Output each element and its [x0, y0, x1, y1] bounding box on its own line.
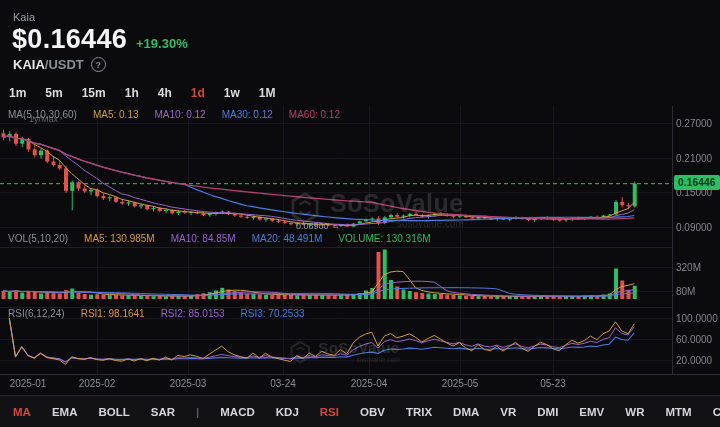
legend-item: MA5: 0.13	[93, 109, 139, 120]
date-tick-label: 2025-02	[79, 378, 116, 389]
volume-axis-label: 80M	[676, 286, 695, 297]
rsi-axis-label: 20.0000	[676, 355, 712, 366]
date-tick-label: 2025-04	[351, 378, 388, 389]
date-tick-label: 03-24	[270, 378, 296, 389]
price-axis-label: 0.27000	[676, 118, 712, 129]
legend-item: MA5: 130.985M	[84, 233, 155, 244]
indicator-toolbar: MAEMABOLLSAR|MACDKDJRSIOBVTRIXDMAVRDMIEM…	[0, 395, 720, 427]
pair-symbol: KAIA/USDT	[13, 57, 84, 72]
current-price: $0.16446	[12, 24, 127, 55]
indicator-tab-WR[interactable]: WR	[625, 406, 644, 418]
legend-item: MA30: 0.12	[222, 109, 273, 120]
price-axis-label: 0.21000	[676, 153, 712, 164]
indicator-tab-MTM[interactable]: MTM	[665, 406, 691, 418]
legend-item: MA10: 84.85M	[171, 233, 236, 244]
volume-legend-row: VOL(5,10,20)MA5: 130.985MMA10: 84.85MMA2…	[8, 233, 431, 244]
current-price-axis-badge: 0.16446	[674, 175, 720, 190]
timeframe-tab-1m[interactable]: 1m	[9, 86, 26, 100]
date-tick-label: 2025-03	[170, 378, 207, 389]
price-change-percent: +19.30%	[136, 36, 188, 51]
trading-chart-page: { "header": { "coin_name": "Kaia", "pric…	[0, 0, 720, 427]
legend-item: RSI1: 98.1641	[81, 308, 145, 319]
indicator-tab-EMV[interactable]: EMV	[579, 406, 604, 418]
ma-legend-row: MA(5,10,30,60)MA5: 0.13MA10: 0.12MA30: 0…	[8, 109, 340, 120]
indicator-tab-CCI[interactable]: CCI	[713, 406, 720, 418]
timeframe-tab-1h[interactable]: 1h	[125, 86, 139, 100]
timeframe-tab-4h[interactable]: 4h	[158, 86, 172, 100]
timeframe-tab-1w[interactable]: 1w	[224, 86, 240, 100]
date-tick-label: 05-23	[540, 378, 566, 389]
indicator-separator: |	[196, 406, 199, 418]
indicator-tab-DMA[interactable]: DMA	[453, 406, 479, 418]
indicator-tab-RSI[interactable]: RSI	[320, 406, 339, 418]
legend-item: RSI3: 70.2533	[241, 308, 305, 319]
price-chart-canvas[interactable]	[0, 0, 720, 427]
legend-item: VOL(5,10,20)	[8, 233, 68, 244]
coin-name: Kaia	[13, 11, 35, 23]
date-tick-label: 2025-01	[10, 378, 47, 389]
timeframe-tab-5m[interactable]: 5m	[45, 86, 62, 100]
legend-item: MA(5,10,30,60)	[8, 109, 77, 120]
price-row: $0.16446 +19.30%	[12, 24, 188, 55]
legend-item: RSI2: 85.0153	[161, 308, 225, 319]
low-price-annotation: 0.08900 →	[296, 221, 340, 231]
legend-item: MA60: 0.12	[289, 109, 340, 120]
indicator-tab-TRIX[interactable]: TRIX	[406, 406, 432, 418]
indicator-tab-DMI[interactable]: DMI	[537, 406, 558, 418]
rsi-axis-label: 100.0000	[676, 313, 718, 324]
rsi-legend-row: RSI(6,12,24)RSI1: 98.1641RSI2: 85.0153RS…	[8, 308, 305, 319]
indicator-tab-KDJ[interactable]: KDJ	[276, 406, 299, 418]
price-axis-label: 0.09000	[676, 222, 712, 233]
indicator-tab-MACD[interactable]: MACD	[220, 406, 255, 418]
indicator-tab-OBV[interactable]: OBV	[360, 406, 385, 418]
timeframe-tab-15m[interactable]: 15m	[82, 86, 106, 100]
date-tick-label: 2025-05	[442, 378, 479, 389]
timeframe-tab-1d[interactable]: 1d	[191, 86, 205, 100]
pair-row: KAIA/USDT ?	[13, 57, 106, 72]
legend-item: MA20: 48.491M	[252, 233, 323, 244]
indicator-tab-SAR[interactable]: SAR	[151, 406, 175, 418]
timeframe-tabs: 1m5m15m1h4h1d1w1M	[9, 86, 275, 100]
indicator-tab-VR[interactable]: VR	[500, 406, 516, 418]
indicator-tab-BOLL[interactable]: BOLL	[98, 406, 129, 418]
timeframe-tab-1M[interactable]: 1M	[259, 86, 276, 100]
legend-item: MA10: 0.12	[155, 109, 206, 120]
indicator-tab-MA[interactable]: MA	[13, 406, 31, 418]
volume-axis-label: 320M	[676, 262, 701, 273]
legend-item: RSI(6,12,24)	[8, 308, 65, 319]
help-icon[interactable]: ?	[91, 57, 106, 72]
legend-item: VOLUME: 130.316M	[338, 233, 430, 244]
rsi-axis-label: 60.0000	[676, 334, 712, 345]
indicator-tab-EMA[interactable]: EMA	[52, 406, 78, 418]
